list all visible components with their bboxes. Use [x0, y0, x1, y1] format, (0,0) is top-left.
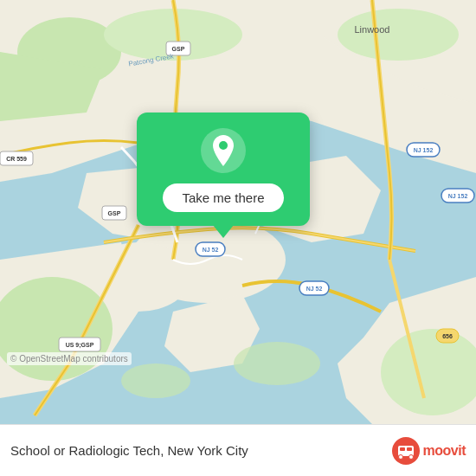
svg-text:GSP: GSP	[172, 46, 185, 52]
svg-text:NJ 52: NJ 52	[203, 247, 219, 253]
svg-text:CR 559: CR 559	[6, 156, 27, 162]
location-title: School or Radiologic Tech, New York City	[10, 443, 385, 458]
copyright-text: © OpenStreetMap contributors	[7, 352, 132, 365]
map-container: GSP GSP NJ 52 NJ 52 NJ 152 NJ 152 CR 559…	[0, 0, 476, 424]
svg-text:GSP: GSP	[108, 210, 121, 216]
svg-point-7	[338, 9, 459, 61]
svg-text:US 9;GSP: US 9;GSP	[66, 342, 94, 349]
svg-point-43	[398, 454, 402, 459]
moovit-logo: moovit	[392, 437, 466, 465]
take-me-there-button[interactable]: Take me there	[163, 183, 283, 212]
moovit-brand-text: moovit	[423, 443, 466, 459]
location-icon-wrapper	[201, 128, 246, 173]
svg-rect-46	[407, 447, 412, 451]
svg-text:Linwood: Linwood	[355, 24, 390, 35]
svg-point-44	[408, 454, 413, 459]
svg-rect-45	[400, 447, 405, 451]
moovit-bus-icon	[392, 437, 420, 465]
svg-text:NJ 152: NJ 152	[448, 193, 468, 199]
svg-text:NJ 152: NJ 152	[414, 147, 434, 153]
svg-point-18	[121, 363, 190, 398]
svg-text:656: 656	[442, 333, 453, 339]
location-pin-icon	[209, 135, 237, 166]
popup-card: Take me there	[137, 113, 310, 226]
svg-text:NJ 52: NJ 52	[306, 286, 323, 292]
bottom-bar: School or Radiologic Tech, New York City…	[0, 424, 476, 476]
svg-point-17	[234, 342, 320, 385]
svg-point-40	[219, 141, 228, 150]
